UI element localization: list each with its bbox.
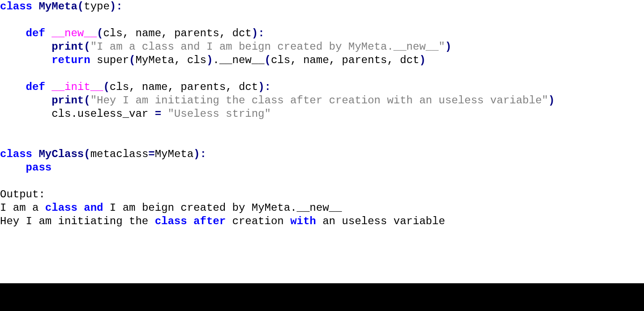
kw-arg: metaclass bbox=[90, 148, 149, 160]
args: cls, name, parents, dct bbox=[110, 81, 258, 93]
expr: .__new__ bbox=[213, 54, 264, 66]
class-name: MyMeta bbox=[39, 0, 77, 13]
builtin: print bbox=[52, 94, 84, 107]
builtin: print bbox=[52, 41, 84, 53]
kw-def: def bbox=[26, 27, 45, 39]
class-name: MyClass bbox=[39, 148, 84, 160]
fn-name: __new__ bbox=[52, 27, 97, 39]
out-kw: and bbox=[84, 202, 103, 214]
out-text: I am beign created by MyMeta.__new__ bbox=[103, 202, 342, 214]
out-text bbox=[77, 202, 84, 214]
paren: ): bbox=[110, 0, 123, 13]
paren: ( bbox=[84, 41, 90, 53]
kw-return: return bbox=[52, 54, 90, 66]
paren: ): bbox=[193, 148, 206, 160]
out-kw: with bbox=[290, 215, 316, 227]
paren: ( bbox=[84, 94, 90, 107]
paren: ) bbox=[548, 94, 554, 107]
kw-class: class bbox=[0, 148, 32, 160]
out-text: creation bbox=[226, 215, 290, 227]
out-text: I am a bbox=[0, 202, 45, 214]
string: "Hey I am initiating the class after cre… bbox=[90, 94, 549, 107]
output-label: Output: bbox=[0, 188, 45, 200]
out-text bbox=[187, 215, 193, 227]
paren: ) bbox=[206, 54, 213, 66]
kw-def: def bbox=[26, 81, 45, 93]
paren: ): bbox=[252, 27, 265, 39]
paren: ( bbox=[77, 0, 84, 13]
code-block: class MyMeta(type): def __new__(cls, nam… bbox=[0, 0, 644, 283]
args: MyMeta, cls bbox=[135, 54, 206, 66]
string: "I am a class and I am beign created by … bbox=[90, 41, 445, 53]
paren: ( bbox=[97, 27, 103, 39]
string: "Useless string" bbox=[161, 108, 271, 120]
op: = bbox=[155, 108, 161, 120]
bottom-bar bbox=[0, 283, 644, 311]
out-kw: after bbox=[193, 215, 226, 227]
args: cls, name, parents, dct bbox=[271, 54, 419, 66]
value: MyMeta bbox=[155, 148, 193, 160]
out-kw: class bbox=[45, 202, 77, 214]
paren: ( bbox=[103, 81, 109, 93]
paren: ) bbox=[445, 41, 451, 53]
paren: ( bbox=[129, 54, 135, 66]
fn-name: __init__ bbox=[52, 81, 103, 93]
code-content: class MyMeta(type): def __new__(cls, nam… bbox=[0, 0, 644, 228]
paren: ( bbox=[265, 54, 271, 66]
paren: ): bbox=[258, 81, 271, 93]
out-text: Hey I am initiating the bbox=[0, 215, 155, 227]
kw-pass: pass bbox=[26, 162, 52, 174]
out-kw: class bbox=[155, 215, 187, 227]
expr: super bbox=[90, 54, 129, 66]
paren: ) bbox=[419, 54, 425, 66]
base: type bbox=[84, 0, 110, 13]
out-text: an useless variable bbox=[316, 215, 445, 227]
op: = bbox=[148, 148, 155, 160]
kw-class: class bbox=[0, 0, 32, 13]
paren: ( bbox=[84, 148, 90, 160]
args: cls, name, parents, dct bbox=[103, 27, 251, 39]
expr: cls.useless_var bbox=[0, 108, 155, 120]
